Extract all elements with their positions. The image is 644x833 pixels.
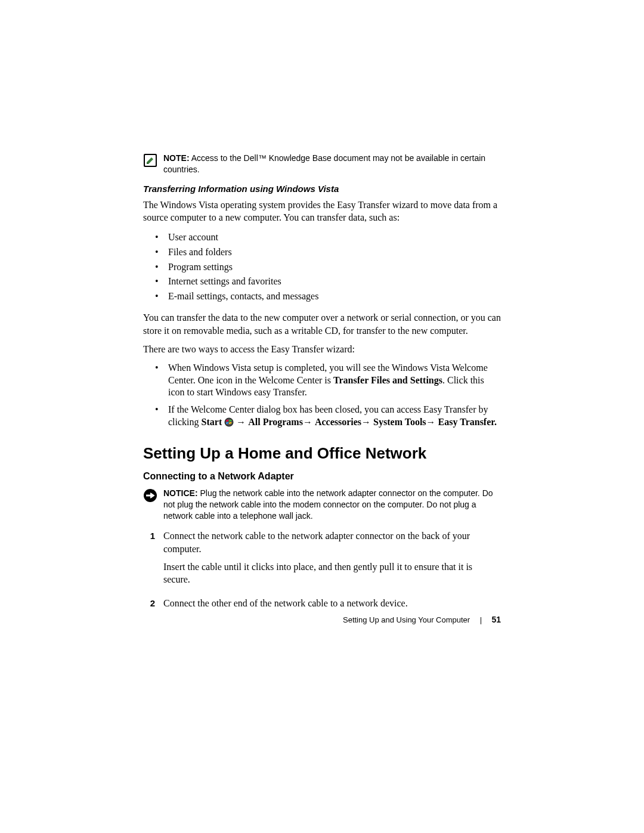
pencil-icon — [143, 153, 157, 168]
step-item: 2 Connect the other end of the network c… — [143, 597, 501, 615]
step-number: 1 — [143, 529, 155, 590]
section-heading: Setting Up a Home and Office Network — [143, 444, 501, 463]
menu-path-item: Easy Transfer. — [438, 417, 497, 427]
page-footer: Setting Up and Using Your Computer 51 — [343, 615, 501, 624]
step-item: 1 Connect the network cable to the netwo… — [143, 529, 501, 590]
ways-list: When Windows Vista setup is completed, y… — [143, 362, 501, 429]
svg-rect-5 — [146, 494, 151, 496]
note-label: NOTE: — [163, 153, 190, 163]
step-number: 2 — [143, 597, 155, 615]
list-item: User account — [166, 230, 501, 245]
step-body: Connect the other end of the network cab… — [163, 597, 408, 615]
menu-path-item: System Tools — [373, 417, 426, 427]
list-item: Program settings — [166, 260, 501, 275]
note-body: Access to the Dell™ Knowledge Base docum… — [163, 153, 485, 174]
svg-point-3 — [225, 419, 233, 426]
footer-title: Setting Up and Using Your Computer — [343, 615, 470, 624]
manual-page: NOTE: Access to the Dell™ Knowledge Base… — [0, 0, 644, 614]
menu-path-item: All Programs — [248, 417, 303, 427]
list-item: Files and folders — [166, 245, 501, 260]
emphasis: Transfer Files and Settings — [333, 375, 442, 385]
arrow-icon: → — [303, 417, 312, 427]
arrow-icon: → — [361, 417, 371, 427]
numbered-steps: 1 Connect the network cable to the netwo… — [143, 529, 501, 614]
notice-arrow-icon — [143, 488, 157, 503]
note-callout: NOTE: Access to the Dell™ Knowledge Base… — [143, 153, 501, 175]
paragraph: There are two ways to access the Easy Tr… — [143, 343, 501, 356]
notice-text: NOTICE: Plug the network cable into the … — [163, 488, 501, 522]
list-item: E-mail settings, contacts, and messages — [166, 289, 501, 304]
step-text: Insert the cable until it clicks into pl… — [163, 561, 501, 586]
arrow-icon: → — [426, 417, 436, 427]
paragraph: You can transfer the data to the new com… — [143, 311, 501, 337]
start-label: Start — [202, 417, 222, 427]
list-item: When Windows Vista setup is completed, y… — [166, 362, 501, 399]
note-text: NOTE: Access to the Dell™ Knowledge Base… — [163, 153, 501, 175]
page-number: 51 — [491, 615, 501, 624]
transfer-items-list: User account Files and folders Program s… — [143, 230, 501, 304]
windows-start-orb-icon — [224, 417, 234, 427]
step-body: Connect the network cable to the network… — [163, 529, 501, 590]
notice-body: Plug the network cable into the network … — [163, 488, 493, 521]
list-item: If the Welcome Center dialog box has bee… — [166, 404, 501, 429]
list-item: Internet settings and favorites — [166, 274, 501, 289]
step-text: Connect the other end of the network cab… — [163, 597, 408, 610]
notice-label: NOTICE: — [163, 488, 198, 498]
footer-separator — [481, 617, 481, 624]
subsection-heading: Connecting to a Network Adapter — [143, 471, 501, 482]
notice-callout: NOTICE: Plug the network cable into the … — [143, 488, 501, 522]
menu-path-item: Accessories — [315, 417, 361, 427]
arrow-icon: → — [236, 417, 246, 427]
step-text: Connect the network cable to the network… — [163, 529, 501, 555]
sub-subheading: Transferring Information using Windows V… — [143, 184, 501, 194]
intro-paragraph: The Windows Vista operating system provi… — [143, 199, 501, 224]
